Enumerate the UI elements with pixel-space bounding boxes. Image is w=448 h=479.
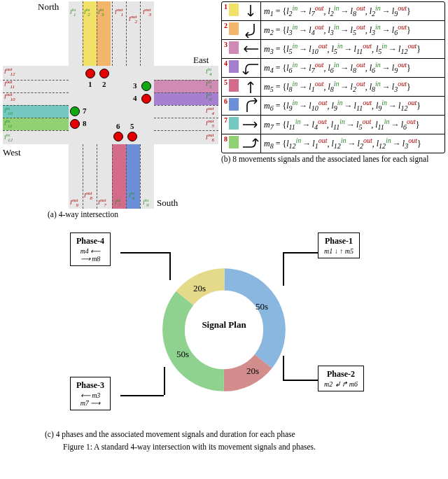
legend-key-m1: 1 bbox=[222, 2, 261, 20]
legend-swatch bbox=[229, 117, 239, 130]
legend-num: 4 bbox=[224, 60, 227, 67]
lane-l4in: lin4 bbox=[206, 68, 214, 75]
lane-l6out: lout6 bbox=[206, 134, 216, 141]
legend-formula-m1: m1 = {l2in→l7out, l2in→l8out, l2in→l9out… bbox=[261, 2, 444, 20]
caption-a: (a) 4-way intersection bbox=[48, 210, 218, 218]
signal-num-5: 5 bbox=[130, 122, 134, 130]
legend-key-m3: 3 bbox=[222, 40, 261, 58]
legend-swatch bbox=[229, 22, 239, 35]
phase-4-box: Phase-4 m4 ⟵ ⟶ m8 bbox=[70, 232, 111, 266]
legend-row-m3: 3 m3 = {l5in→l10out, l5in→l11out, l5in→l… bbox=[222, 40, 444, 59]
lane-l3in: lin3 bbox=[98, 8, 106, 15]
signal-5 bbox=[113, 132, 123, 141]
arrow-right-up-icon bbox=[240, 136, 261, 151]
legend-row-m1: 1 m1 = {l2in→l7out, l2in→l8out, l2in→l9o… bbox=[222, 2, 444, 21]
signal-3 bbox=[141, 81, 151, 91]
lane-l11out: lout11 bbox=[4, 81, 17, 88]
lane-l4out: lout4 bbox=[206, 107, 216, 114]
signal-num-6: 6 bbox=[116, 122, 120, 130]
intersection-diagram: North East West South 1 2 3 4 6 5 8 7 li… bbox=[3, 1, 218, 209]
label-south: South bbox=[157, 197, 178, 209]
legend-num: 2 bbox=[224, 22, 227, 29]
plan-center-label: Signal Plan bbox=[200, 319, 248, 331]
legend-key-m7: 7 bbox=[222, 116, 261, 134]
movement-legend: 1 m1 = {l2in→l7out, l2in→l8out, l2in→l9o… bbox=[221, 1, 445, 153]
lane-l9out: lout9 bbox=[70, 199, 80, 206]
lane-l7out: lout7 bbox=[98, 199, 108, 206]
legend-row-m5: 5 m5 = {l8in→l1out, l8in→l2out, l8in→l3o… bbox=[222, 78, 444, 97]
phase-1-title: Phase-1 bbox=[324, 236, 354, 247]
arrow-left-icon bbox=[240, 41, 261, 57]
legend-row-m8: 8 m8 = {l12in→l1out, l12in→l2out, l12in→… bbox=[222, 134, 444, 153]
legend-formula-m7: m7 = {l11in→l4out, l11in→l5out, l11in→l6… bbox=[261, 116, 444, 134]
lane-l11in: lin11 bbox=[4, 120, 14, 127]
seg-20s-1: 20s bbox=[246, 366, 259, 377]
lane-l5out: lout5 bbox=[206, 120, 216, 127]
seg-50s-2: 50s bbox=[176, 349, 189, 360]
legend-num: 3 bbox=[224, 41, 227, 48]
signal-num-1: 1 bbox=[88, 80, 92, 88]
signal-4 bbox=[141, 94, 151, 104]
legend-formula-m5: m5 = {l8in→l1out, l8in→l2out, l8in→l3out… bbox=[261, 78, 444, 96]
signal-1 bbox=[85, 69, 95, 78]
caption-b: (b) 8 movements signals and the associat… bbox=[221, 155, 445, 163]
lane-l12in: lin12 bbox=[4, 134, 15, 141]
signal-8 bbox=[70, 119, 80, 129]
lane-l10in: lin10 bbox=[4, 107, 15, 114]
signal-2 bbox=[99, 69, 109, 78]
label-north: North bbox=[38, 1, 59, 13]
legend-key-m6: 6 bbox=[222, 97, 261, 115]
legend-swatch bbox=[229, 136, 239, 148]
legend-swatch bbox=[229, 60, 239, 73]
lane-l3out: lout3 bbox=[143, 8, 153, 15]
legend-row-m7: 7 m7 = {l11in→l4out, l11in→l5out, l11in→… bbox=[222, 116, 444, 134]
signal-num-7: 7 bbox=[83, 106, 87, 115]
legend-swatch bbox=[229, 41, 239, 54]
lane-l8in: lin8 bbox=[129, 192, 136, 199]
arrow-up-icon bbox=[240, 79, 261, 95]
legend-swatch bbox=[229, 4, 239, 16]
lane-l6in: lin6 bbox=[206, 93, 214, 100]
phase-4-title: Phase-4 bbox=[76, 236, 104, 247]
legend-formula-m2: m2 = {l3in→l4out, l3in→l5out, l3in→l6out… bbox=[261, 21, 444, 39]
legend-key-m2: 2 bbox=[222, 21, 261, 39]
legend-swatch bbox=[229, 98, 239, 111]
lane-l10out: lout10 bbox=[4, 93, 17, 100]
arrow-down-left-icon bbox=[240, 22, 261, 38]
lane-l9in: lin9 bbox=[143, 199, 150, 206]
legend-swatch bbox=[229, 79, 239, 92]
lane-l5in: lin5 bbox=[206, 81, 214, 88]
figure-caption: Figure 1: A standard 4-way intersection … bbox=[63, 443, 448, 451]
legend-key-m8: 8 bbox=[222, 134, 261, 153]
label-west: West bbox=[3, 147, 21, 158]
phase-2-title: Phase-2 bbox=[324, 369, 358, 380]
legend-formula-m8: m8 = {l12in→l1out, l12in→l2out, l12in→l3… bbox=[261, 134, 444, 153]
legend-key-m5: 5 bbox=[222, 78, 261, 96]
legend-formula-m6: m6 = {l9in→l10out, l9in→l11out, l9in→l12… bbox=[261, 97, 444, 115]
seg-20s-2: 20s bbox=[193, 283, 206, 294]
signal-num-3: 3 bbox=[133, 81, 137, 90]
phase-1-box: Phase-1 m1 ↓ ↑ m5 bbox=[318, 232, 360, 258]
lane-l2out: lout2 bbox=[129, 15, 139, 22]
arrow-up-right-icon bbox=[240, 98, 261, 113]
signal-num-4: 4 bbox=[133, 94, 137, 102]
seg-50s-1: 50s bbox=[255, 301, 268, 312]
legend-row-m6: 6 m6 = {l9in→l10out, l9in→l11out, l9in→l… bbox=[222, 97, 444, 116]
legend-formula-m3: m3 = {l5in→l10out, l5in→l11out, l5in→l12… bbox=[261, 40, 444, 58]
legend-row-m2: 2 m2 = {l3in→l4out, l3in→l5out, l3in→l6o… bbox=[222, 21, 444, 40]
legend-num: 1 bbox=[224, 4, 227, 11]
legend-num: 8 bbox=[224, 136, 227, 143]
lane-l8out: lout8 bbox=[84, 192, 94, 199]
phase-3-box: Phase-3 ⟵ m3 m7 ⟶ bbox=[70, 377, 111, 410]
lane-l2in: lin2 bbox=[84, 8, 92, 15]
label-east: East bbox=[193, 55, 209, 66]
signal-6 bbox=[127, 132, 137, 141]
phase-2-box: Phase-2 m2 ↲ ↱ m6 bbox=[318, 366, 364, 391]
arrow-down-icon bbox=[240, 4, 261, 19]
legend-num: 7 bbox=[224, 117, 227, 124]
signal-plan: Phase-4 m4 ⟵ ⟶ m8 Phase-1 m1 ↓ ↑ m5 Phas… bbox=[0, 218, 448, 429]
lane-l12out: lout12 bbox=[4, 68, 17, 75]
legend-num: 6 bbox=[224, 98, 227, 105]
signal-7 bbox=[70, 106, 80, 116]
signal-num-8: 8 bbox=[83, 119, 87, 127]
